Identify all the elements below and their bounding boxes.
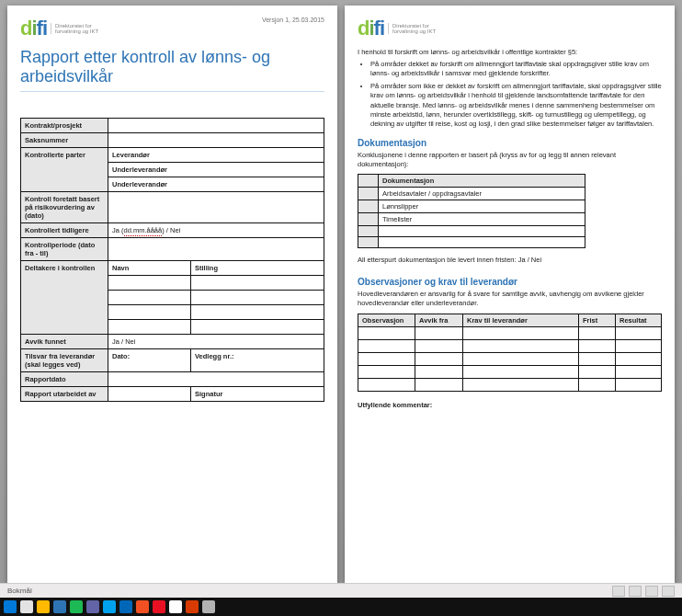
- col-stilling: Stilling: [191, 261, 324, 276]
- taskbar-app-icon[interactable]: [53, 600, 66, 613]
- difi-logo-subtitle: Direktoratet forforvaltning og IKT: [51, 23, 98, 34]
- row-signatur: Signatur: [191, 387, 324, 402]
- obs-h-observasjon: Observasjon: [358, 314, 415, 326]
- dok-check: [358, 213, 379, 226]
- bullet-1: På områder dekket av forskrift om allmen…: [370, 60, 662, 78]
- dokumentasjon-para: Konklusjonene i denne rapporten er baser…: [358, 151, 662, 169]
- col-navn: Navn: [108, 261, 191, 276]
- observasjoner-table: Observasjon Avvik fra Krav til leverandø…: [358, 314, 662, 392]
- difi-logo-mark: difi: [20, 17, 47, 40]
- row-kontrollerttidl-label: Kontrollert tidligere: [21, 223, 108, 238]
- obs-h-avvikfra: Avvik fra: [415, 314, 463, 326]
- obs-cell: [463, 352, 579, 365]
- dok-header: Dokumentasjon: [379, 175, 585, 188]
- dokumentasjon-table: Dokumentasjon Arbeidsavtaler / oppdragsa…: [358, 174, 585, 248]
- etterspurt-line: All etterspurt dokumentasjon ble levert …: [358, 256, 662, 264]
- difi-logo: difi Direktoratet forforvaltning og IKT: [20, 17, 98, 40]
- taskbar-app-icon[interactable]: [202, 600, 215, 613]
- dok-row: Arbeidsavtaler / oppdragsavtaler: [379, 188, 585, 200]
- taskbar-app-icon[interactable]: [86, 600, 99, 613]
- row-kontrollperiode-label: Kontrollperiode (dato fra - til): [21, 238, 108, 261]
- taskbar-app-icon[interactable]: [169, 600, 182, 613]
- intro-text: I henhold til forskrift om lønns- og arb…: [358, 48, 662, 56]
- page-1-header: difi Direktoratet forforvaltning og IKT …: [20, 17, 324, 40]
- obs-cell: [358, 339, 415, 352]
- obs-cell: [579, 378, 616, 391]
- obs-cell: [616, 378, 662, 391]
- row-kontrakt-label: Kontrakt/prosjekt: [21, 119, 108, 133]
- row-saksnummer-value: [108, 133, 324, 148]
- obs-cell: [358, 352, 415, 365]
- taskbar-icons: [4, 600, 215, 613]
- dok-row: Lønnslipper: [379, 200, 585, 213]
- taskbar-app-icon[interactable]: [4, 600, 17, 613]
- taskbar-app-icon[interactable]: [37, 600, 50, 613]
- taskbar-app-icon[interactable]: [20, 600, 33, 613]
- intro-bullets: På områder dekket av forskrift om allmen…: [370, 60, 662, 129]
- row-leverandor: Leverandør: [108, 148, 324, 163]
- deltaker-cell: [191, 276, 324, 291]
- obs-h-krav: Krav til leverandør: [463, 314, 579, 326]
- view-button-2[interactable]: [629, 586, 642, 597]
- row-kontrollerttidl-value: Ja (dd.mm.åååå) / Nei: [108, 223, 324, 238]
- view-button-3[interactable]: [645, 586, 658, 597]
- obs-h-resultat: Resultat: [616, 314, 662, 326]
- obs-cell: [616, 365, 662, 378]
- taskbar-app-icon[interactable]: [70, 600, 83, 613]
- page-1-version: Versjon 1, 25.03.2015: [262, 17, 324, 23]
- taskbar-app-icon[interactable]: [186, 600, 199, 613]
- row-rapportdato-value: [108, 372, 324, 387]
- obs-cell: [579, 326, 616, 339]
- deltaker-cell: [108, 320, 191, 335]
- taskbar-app-icon[interactable]: [136, 600, 149, 613]
- taskbar-app-icon[interactable]: [153, 600, 165, 613]
- row-kontrollforetatt-label: Kontroll foretatt basert på risikovurder…: [21, 192, 108, 223]
- row-vedlegg: Vedlegg nr.:: [191, 349, 324, 372]
- obs-cell: [463, 339, 579, 352]
- obs-h-frist: Frist: [579, 314, 616, 326]
- row-underlev1: Underleverandør: [108, 163, 324, 177]
- obs-cell: [616, 326, 662, 339]
- word-status-bar[interactable]: Bokmål: [0, 583, 682, 598]
- observasjoner-para: Hovedleverandøren er ansvarlig for å sva…: [358, 290, 662, 308]
- row-rapportutarb-label: Rapport utarbeidet av: [21, 387, 108, 402]
- document-workspace: difi Direktoratet forforvaltning og IKT …: [0, 0, 682, 588]
- section-dokumentasjon-heading: Dokumentasjon: [358, 138, 662, 148]
- view-button-1[interactable]: [612, 586, 625, 597]
- taskbar-app-icon[interactable]: [103, 600, 116, 613]
- row-dato: Dato:: [108, 349, 191, 372]
- difi-logo: difi Direktoratet forforvaltning og IKT: [358, 17, 436, 40]
- view-button-4[interactable]: [662, 586, 675, 597]
- page-2: difi Direktoratet forforvaltning og IKT …: [345, 6, 675, 583]
- row-kontrollforetatt-value: [108, 192, 324, 223]
- difi-logo-mark: difi: [358, 17, 384, 40]
- page-2-header: difi Direktoratet forforvaltning og IKT: [358, 17, 662, 40]
- obs-cell: [579, 339, 616, 352]
- row-rapportdato-label: Rapportdato: [21, 372, 108, 387]
- row-tilsvar-label: Tilsvar fra leverandør (skal legges ved): [21, 349, 108, 372]
- utfyllende-label: Utfyllende kommentar:: [358, 401, 662, 409]
- row-underlev2: Underleverandør: [108, 177, 324, 192]
- row-kontrollperiode-value: [108, 238, 324, 261]
- windows-taskbar[interactable]: [0, 598, 682, 616]
- obs-cell: [579, 352, 616, 365]
- deltaker-cell: [108, 276, 191, 291]
- deltaker-cell: [108, 305, 191, 320]
- dok-row: [379, 226, 585, 237]
- status-view-controls: [612, 586, 675, 597]
- row-kontrollerte-label: Kontrollerte parter: [21, 148, 108, 192]
- row-kontrakt-value: [108, 119, 324, 133]
- dok-check: [358, 237, 379, 248]
- row-avvik-value: Ja / Nei: [108, 335, 324, 349]
- taskbar-app-icon[interactable]: [119, 600, 132, 613]
- deltaker-cell: [191, 305, 324, 320]
- status-language[interactable]: Bokmål: [7, 587, 32, 595]
- deltaker-cell: [108, 291, 191, 305]
- obs-cell: [358, 365, 415, 378]
- obs-cell: [579, 365, 616, 378]
- obs-cell: [463, 365, 579, 378]
- bullet-2: På områder som ikke er dekket av forskri…: [370, 82, 662, 129]
- dok-row: [379, 237, 585, 248]
- deltaker-cell: [191, 320, 324, 335]
- difi-logo-subtitle: Direktoratet forforvaltning og IKT: [388, 23, 436, 34]
